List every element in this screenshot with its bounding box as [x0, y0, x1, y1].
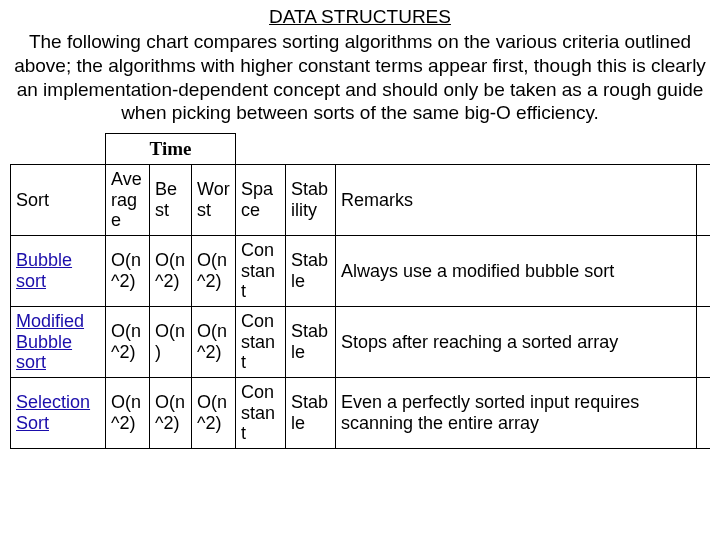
col-average: Average: [106, 164, 150, 235]
table-row: Modified Bubble sort O(n^2) O(n) O(n^2) …: [11, 306, 711, 377]
blank-cell: [696, 235, 710, 306]
cell-best: O(n): [150, 306, 192, 377]
blank-cell: [696, 164, 710, 235]
cell-worst: O(n^2): [192, 235, 236, 306]
table-row: Selection Sort O(n^2) O(n^2) O(n^2) Cons…: [11, 378, 711, 449]
cell-remarks: Stops after reaching a sorted array: [336, 306, 697, 377]
page-title: DATA STRUCTURES: [10, 6, 710, 28]
cell-remarks: Even a perfectly sorted input requires s…: [336, 378, 697, 449]
cell-sort[interactable]: Modified Bubble sort: [11, 306, 106, 377]
cell-space: Constant: [236, 235, 286, 306]
col-remarks: Remarks: [336, 164, 697, 235]
sort-link[interactable]: Bubble sort: [16, 250, 72, 291]
col-stability: Stability: [286, 164, 336, 235]
cell-average: O(n^2): [106, 378, 150, 449]
column-header-row: Sort Average Best Worst Space Stability …: [11, 164, 711, 235]
cell-average: O(n^2): [106, 306, 150, 377]
time-header-row: Time: [11, 134, 711, 165]
cell-sort[interactable]: Bubble sort: [11, 235, 106, 306]
cell-best: O(n^2): [150, 235, 192, 306]
col-best: Best: [150, 164, 192, 235]
blank-cell: [236, 134, 711, 165]
cell-space: Constant: [236, 306, 286, 377]
col-worst: Worst: [192, 164, 236, 235]
blank-cell: [696, 306, 710, 377]
comparison-table: Time Sort Average Best Worst Space Stabi…: [10, 133, 710, 449]
col-sort: Sort: [11, 164, 106, 235]
cell-worst: O(n^2): [192, 378, 236, 449]
cell-stability: Stable: [286, 235, 336, 306]
cell-best: O(n^2): [150, 378, 192, 449]
intro-paragraph: The following chart compares sorting alg…: [10, 30, 710, 125]
cell-stability: Stable: [286, 378, 336, 449]
cell-worst: O(n^2): [192, 306, 236, 377]
table-row: Bubble sort O(n^2) O(n^2) O(n^2) Constan…: [11, 235, 711, 306]
cell-space: Constant: [236, 378, 286, 449]
time-header: Time: [106, 134, 236, 165]
col-space: Space: [236, 164, 286, 235]
cell-remarks: Always use a modified bubble sort: [336, 235, 697, 306]
cell-stability: Stable: [286, 306, 336, 377]
cell-average: O(n^2): [106, 235, 150, 306]
cell-sort[interactable]: Selection Sort: [11, 378, 106, 449]
blank-cell: [11, 134, 106, 165]
blank-cell: [696, 378, 710, 449]
sort-link[interactable]: Modified Bubble sort: [16, 311, 84, 372]
sort-link[interactable]: Selection Sort: [16, 392, 90, 433]
